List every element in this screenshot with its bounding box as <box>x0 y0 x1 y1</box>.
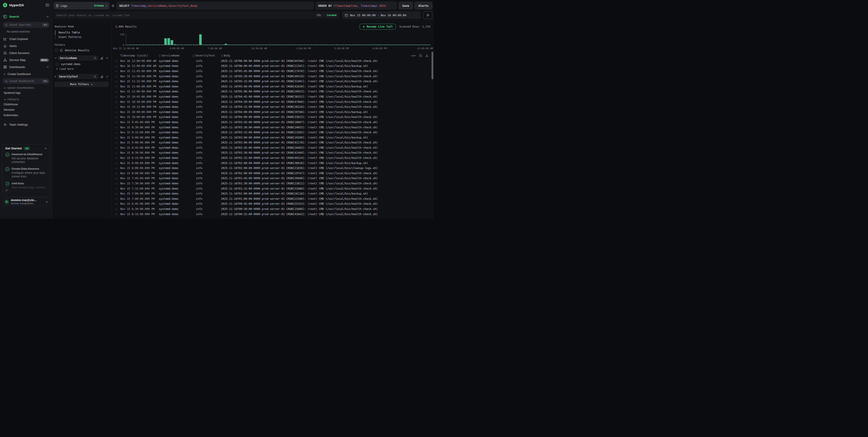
expand-row-icon[interactable]: › <box>115 156 120 160</box>
saved-searches-search[interactable]: ⌘K <box>2 22 50 28</box>
expand-row-icon[interactable]: › <box>115 59 120 63</box>
expand-row-icon[interactable]: › <box>115 167 120 170</box>
table-row[interactable]: › Nov 15 11:30:00.000 PM systemd-demo in… <box>112 74 434 79</box>
source-select[interactable]: Logs Schema <box>54 2 110 9</box>
table-row[interactable]: › Nov 15 10:45:00.000 PM systemd-demo in… <box>112 94 434 99</box>
source-settings-gear-icon[interactable] <box>111 4 115 8</box>
collapse-sidebar-icon[interactable] <box>45 3 49 7</box>
preset-link-kubernetes[interactable]: Kubernetes <box>0 112 52 118</box>
drag-handle-icon[interactable] <box>159 55 160 57</box>
chevron-up-icon[interactable] <box>46 16 49 18</box>
download-icon[interactable] <box>425 54 429 58</box>
events-histogram[interactable]: 0320Nov 15 12:00:00 AM4:00:00 AM7:00:00 … <box>112 32 434 51</box>
create-dashboard-button[interactable]: + Create Dashboard <box>0 70 52 76</box>
table-row[interactable]: › Nov 15 11:45:00.000 PM systemd-demo in… <box>112 69 434 74</box>
facet-value-systemd-demo[interactable]: systemd-demo <box>56 62 108 66</box>
table-row[interactable]: › Nov 15 10:00:00.000 PM systemd-demo in… <box>112 115 434 120</box>
expand-row-icon[interactable]: › <box>115 80 120 83</box>
expand-row-icon[interactable]: › <box>115 197 120 200</box>
table-row[interactable]: › Nov 15 8:15:00.000 PM systemd-demo inf… <box>112 156 434 161</box>
pin-icon[interactable] <box>105 75 108 78</box>
preset-link-services[interactable]: Services <box>0 107 52 112</box>
expand-row-icon[interactable]: › <box>115 177 120 180</box>
save-button[interactable]: Save <box>399 2 413 9</box>
expand-row-icon[interactable]: › <box>115 207 120 211</box>
denoise-results-toggle[interactable]: Denoise Results <box>55 48 108 52</box>
expand-row-icon[interactable]: › <box>115 74 120 78</box>
orderby-clause-editor[interactable]: ORDER BY (TimestampTime, Timestamp) DESC <box>315 2 397 9</box>
mode-event-patterns[interactable]: Event Patterns <box>55 35 108 39</box>
event-search-box[interactable]: SQL | Lucene <box>54 11 339 19</box>
table-row[interactable]: › Nov 15 8:30:00.000 PM systemd-demo inf… <box>112 150 434 156</box>
table-row[interactable]: › Nov 15 7:30:00.000 PM systemd-demo inf… <box>112 181 434 186</box>
expand-row-icon[interactable]: › <box>115 192 120 196</box>
expand-row-icon[interactable]: › <box>115 182 120 185</box>
expand-row-icon[interactable]: › <box>115 100 120 103</box>
table-scrollbar[interactable] <box>432 52 433 217</box>
facet-chart-icon[interactable] <box>100 57 103 60</box>
table-row[interactable]: › Nov 15 7:45:00.000 PM systemd-demo inf… <box>112 176 434 181</box>
select-clause-editor[interactable]: SELECTTimestamp,ServiceName,SeverityText… <box>117 2 314 9</box>
help-button[interactable]: ? <box>3 187 10 194</box>
sidebar-item-search[interactable]: Search <box>0 13 52 20</box>
scrollbar-thumb[interactable] <box>432 52 433 79</box>
sidebar-item-client-sessions[interactable]: Client Sessions <box>0 49 52 57</box>
table-row[interactable]: › Nov 15 9:00:00.000 PM systemd-demo inf… <box>112 135 434 140</box>
chevron-right-icon[interactable] <box>55 75 56 78</box>
column-header-body[interactable]: Body <box>221 54 434 57</box>
user-menu[interactable]: D dominic.tran@clic... dominic.tran@clic… <box>2 198 50 206</box>
expand-row-icon[interactable]: › <box>115 95 120 98</box>
resume-live-tail-button[interactable]: Resume Live Tail <box>360 24 396 30</box>
pin-icon[interactable] <box>105 57 108 60</box>
expand-row-icon[interactable]: › <box>115 212 120 216</box>
table-row[interactable]: › Nov 15 8:00:00.000 PM systemd-demo inf… <box>112 171 434 176</box>
saved-dashboards-search[interactable]: ⌘K <box>2 78 50 84</box>
chevron-up-icon[interactable] <box>46 66 49 68</box>
column-header-severitytext[interactable]: SeverityText <box>193 54 221 57</box>
sidebar-item-team-settings[interactable]: Team Settings <box>0 121 52 128</box>
expand-row-icon[interactable]: › <box>115 151 120 155</box>
table-row[interactable]: › Nov 15 8:45:00.000 PM systemd-demo inf… <box>112 145 434 150</box>
table-row[interactable]: › Nov 15 6:30:00.000 PM systemd-demo inf… <box>112 206 434 212</box>
preset-link-clickhouse[interactable]: ClickHouse <box>0 102 52 107</box>
mode-results-table[interactable]: Results Table <box>55 30 108 35</box>
table-row[interactable]: › Nov 15 9:30:00.000 PM systemd-demo inf… <box>112 125 434 130</box>
get-started-step[interactable]: Connect to ClickHouseSet up your databas… <box>5 152 47 164</box>
table-row[interactable]: › Nov 15 9:15:00.000 PM systemd-demo inf… <box>112 130 434 135</box>
saved-dashboards-input[interactable] <box>9 79 40 83</box>
table-row[interactable]: › Nov 15 11:00:00.000 PM systemd-demo in… <box>112 89 434 95</box>
column-header-timestamp[interactable]: Timestamp (Local) <box>120 54 159 57</box>
expand-row-icon[interactable]: › <box>115 115 120 119</box>
expand-row-icon[interactable]: › <box>115 146 120 149</box>
drag-handle-icon[interactable] <box>193 55 194 57</box>
expand-row-icon[interactable]: › <box>115 85 120 88</box>
table-row[interactable]: › Nov 15 9:00:00.000 PM systemd-demo inf… <box>112 140 434 145</box>
date-range-picker[interactable]: Nov 15 00:00:00 - Nov 16 00:00:00 <box>342 11 421 19</box>
expand-row-icon[interactable]: › <box>115 131 120 134</box>
chevron-down-icon[interactable] <box>55 57 57 59</box>
facet-search-box[interactable]: ServiceName <box>58 56 98 60</box>
table-row[interactable]: › Nov 15 10:00:00.000 PM systemd-demo in… <box>112 110 434 115</box>
table-row[interactable]: › Nov 15 11:00:00.000 PM systemd-demo in… <box>112 84 434 89</box>
expand-row-icon[interactable]: › <box>115 121 120 124</box>
query-language-toggle[interactable]: SQL | Lucene <box>317 13 337 17</box>
column-header-servicename[interactable]: ServiceName <box>159 54 193 57</box>
dashboard-link-systemd-logs[interactable]: Systemd logs <box>0 90 52 96</box>
table-row[interactable]: › Nov 15 9:45:00.000 PM systemd-demo inf… <box>112 120 434 125</box>
table-row[interactable]: › Nov 15 8:00:00.000 PM systemd-demo inf… <box>112 161 434 166</box>
expand-row-icon[interactable]: › <box>115 64 120 68</box>
expand-row-icon[interactable]: › <box>115 105 120 109</box>
expand-row-icon[interactable]: › <box>115 171 120 175</box>
sidebar-item-chart-explorer[interactable]: Chart Explorer <box>0 35 52 42</box>
sidebar-item-dashboards[interactable]: Dashboards <box>0 64 52 70</box>
expand-row-icon[interactable]: › <box>115 90 120 93</box>
load-more-button[interactable]: Load more <box>56 66 108 72</box>
table-row[interactable]: › Nov 15 7:00:00.000 PM systemd-demo inf… <box>112 191 434 196</box>
sidebar-item-service-map[interactable]: Service Map BETA <box>0 57 52 64</box>
get-started-step[interactable]: Add DataStart sending logs, metrics, or … <box>5 181 47 193</box>
facet-chart-icon[interactable] <box>100 75 103 78</box>
chevron-up-icon[interactable] <box>44 147 47 149</box>
event-search-input[interactable] <box>56 13 315 17</box>
saved-searches-input[interactable] <box>9 23 40 27</box>
expand-row-icon[interactable]: › <box>115 126 120 129</box>
